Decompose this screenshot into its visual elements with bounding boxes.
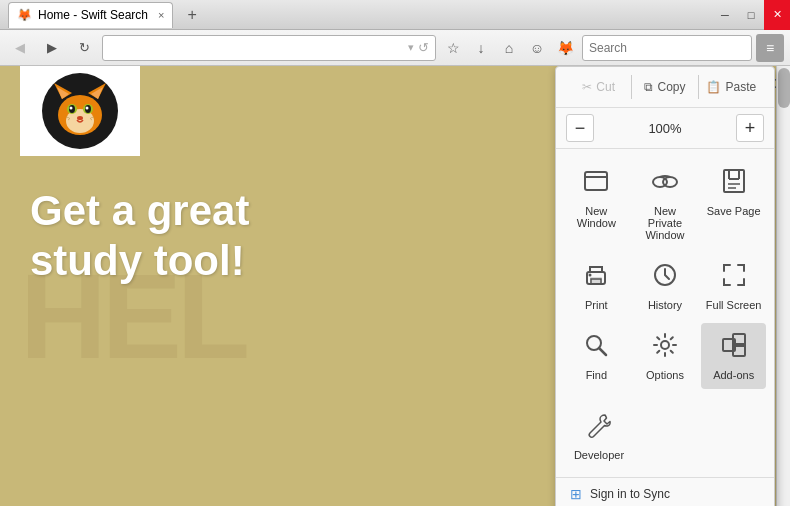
wrench-svg [585,411,613,439]
downloads-icon[interactable]: ↓ [468,35,494,61]
addons-label: Add-ons [713,369,754,381]
print-button[interactable]: Print [564,253,629,319]
scrollbar[interactable] [776,66,790,506]
reload-icon[interactable]: ↺ [418,40,429,55]
clipboard-row: ✂ Cut ⧉ Copy 📋 Paste [556,67,774,108]
main-text-line1: Get a great [30,186,249,236]
addons-svg [720,331,748,359]
save-page-icon [720,167,748,201]
main-text-line2: study tool! [30,236,249,286]
paste-button[interactable]: 📋 Paste [699,76,764,98]
zoom-value: 100% [594,121,736,136]
new-window-icon [582,167,610,201]
paste-label: Paste [725,80,756,94]
developer-button[interactable]: Developer [564,403,634,469]
svg-point-17 [663,177,677,187]
home-icon[interactable]: ⌂ [496,35,522,61]
new-private-window-icon [651,167,679,201]
history-label: History [648,299,682,311]
copy-label: Copy [657,80,685,94]
full-screen-svg [720,261,748,289]
options-label: Options [646,369,684,381]
avatar-icon[interactable]: ☺ [524,35,550,61]
scrollbar-thumb[interactable] [778,68,790,108]
svg-point-11 [70,107,73,110]
dropdown-menu: ✂ Cut ⧉ Copy 📋 Paste − 100% + [555,66,775,506]
developer-row: Developer [556,399,774,477]
sign-in-label: Sign in to Sync [590,487,670,501]
options-button[interactable]: Options [633,323,698,389]
options-svg [651,331,679,359]
site-main-text: Get a great study tool! [30,186,249,287]
developer-label: Developer [574,449,624,461]
sign-in-button[interactable]: ⊞ Sign in to Sync [556,477,774,506]
cut-label: Cut [596,80,615,94]
window-controls: ─ □ ✕ [712,0,790,30]
logo-box [20,66,140,156]
full-screen-icon [720,261,748,295]
zoom-out-button[interactable]: − [566,114,594,142]
print-svg [582,261,610,289]
search-input[interactable] [589,41,745,55]
bookmark-icon[interactable]: ☆ [440,35,466,61]
back-button[interactable]: ◀ [6,34,34,62]
search-bar[interactable] [582,35,752,61]
zoom-in-button[interactable]: + [736,114,764,142]
cut-icon: ✂ [582,80,592,94]
find-button[interactable]: Find [564,323,629,389]
svg-point-13 [77,116,83,120]
url-input[interactable] [109,41,408,55]
full-screen-button[interactable]: Full Screen [701,253,766,319]
new-private-window-label: New Private Window [637,205,694,241]
new-window-label: New Window [568,205,625,229]
menu-icon-grid: New Window New Private Window [556,149,774,399]
nav-bar: ◀ ▶ ↻ ▾ ↺ ☆ ↓ ⌂ ☺ 🦊 ≡ [0,30,790,66]
mask-svg [651,167,679,195]
close-button[interactable]: ✕ [764,0,790,30]
svg-point-12 [86,107,89,110]
fox-icon[interactable]: 🦊 [552,35,578,61]
new-window-svg [582,167,610,195]
save-page-label: Save Page [707,205,761,217]
url-bar[interactable]: ▾ ↺ [102,35,436,61]
svg-line-30 [599,348,606,355]
tab-favicon: 🦊 [17,8,32,22]
browser-tab[interactable]: 🦊 Home - Swift Search × [8,2,173,28]
copy-icon: ⧉ [644,80,653,94]
find-svg [582,331,610,359]
options-icon [651,331,679,365]
paste-icon: 📋 [706,80,721,94]
toolbar-icons: ☆ ↓ ⌂ ☺ 🦊 [440,35,578,61]
history-button[interactable]: History [633,253,698,319]
copy-button[interactable]: ⧉ Copy [632,76,697,98]
history-icon [651,261,679,295]
new-tab-button[interactable]: + [179,2,204,28]
forward-button[interactable]: ▶ [38,34,66,62]
full-screen-label: Full Screen [706,299,762,311]
fox-logo [40,71,120,151]
print-icon [582,261,610,295]
maximize-button[interactable]: □ [738,0,764,30]
refresh-button[interactable]: ↻ [70,34,98,62]
hamburger-menu-button[interactable]: ≡ [756,34,784,62]
find-icon [582,331,610,365]
print-label: Print [585,299,608,311]
new-private-window-button[interactable]: New Private Window [633,159,698,249]
url-dropdown-arrow[interactable]: ▾ [408,41,414,54]
minimize-button[interactable]: ─ [712,0,738,30]
addons-button[interactable]: Add-ons [701,323,766,389]
save-page-button[interactable]: Save Page [701,159,766,249]
history-svg [651,261,679,289]
svg-rect-14 [585,172,607,190]
addons-icon [720,331,748,365]
content-area: HEL [0,66,790,506]
zoom-row: − 100% + [556,108,774,149]
developer-icon [585,411,613,445]
cut-button[interactable]: ✂ Cut [566,76,631,98]
new-window-button[interactable]: New Window [564,159,629,249]
sync-icon: ⊞ [570,486,582,502]
title-bar: 🦊 Home - Swift Search × + ─ □ ✕ [0,0,790,30]
find-label: Find [586,369,607,381]
svg-point-27 [589,274,592,277]
tab-close-button[interactable]: × [158,9,164,21]
